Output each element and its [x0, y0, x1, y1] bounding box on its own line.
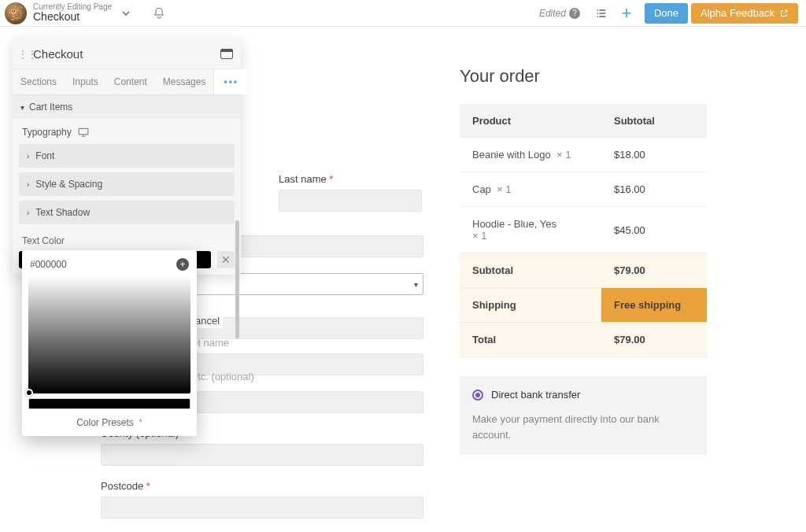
tab-sections[interactable]: Sections: [13, 69, 65, 94]
page-title-block: Currently Editing Page Checkout: [33, 2, 112, 23]
text-color-label: Text Color: [13, 229, 241, 251]
last-name-input[interactable]: [279, 190, 422, 212]
total-row: Total $79.00: [460, 323, 707, 357]
responsive-icon[interactable]: [78, 127, 89, 137]
item-price: $18.00: [601, 138, 707, 172]
county-input[interactable]: [101, 444, 423, 466]
drag-handle-icon[interactable]: ⋮⋮: [17, 48, 28, 61]
typography-label: Typography: [22, 127, 72, 138]
item-name: Cap: [472, 183, 491, 195]
required-indicator: *: [146, 480, 150, 492]
accordion-label: Font: [35, 150, 54, 161]
page-dropdown[interactable]: [121, 9, 131, 18]
page-title: Checkout: [33, 11, 112, 23]
table-row: Cap × 1 $16.00: [460, 172, 707, 207]
app-logo: [5, 2, 27, 24]
tab-inputs[interactable]: Inputs: [65, 69, 106, 94]
payment-box: Direct bank transfer Make your payment d…: [460, 376, 707, 455]
subtotal-label: Subtotal: [460, 253, 601, 288]
shipping-row: Shipping Free shipping: [460, 288, 707, 323]
accordion-text-shadow[interactable]: › Text Shadow: [19, 201, 235, 224]
order-title: Your order: [460, 66, 707, 87]
chevron-up-icon: ˄: [139, 419, 142, 427]
label-text: Last name: [279, 173, 327, 185]
svg-rect-0: [79, 128, 88, 135]
subtotal-row: Subtotal $79.00: [460, 253, 707, 288]
accordion-label: Text Shadow: [35, 207, 90, 218]
section-label: Cart Items: [29, 102, 72, 113]
edited-label: Edited: [539, 8, 566, 19]
maximize-icon[interactable]: [220, 49, 233, 59]
col-subtotal: Subtotal: [601, 104, 707, 138]
accordion-label: Style & Spacing: [35, 179, 102, 190]
panel-title: Checkout: [33, 47, 220, 61]
item-price: $16.00: [601, 172, 707, 207]
chevron-right-icon: ›: [27, 180, 29, 189]
item-name: Hoodie - Blue, Yes: [472, 218, 556, 230]
color-picker: #000000 + Color Presets ˄: [22, 250, 197, 436]
street-placeholder-fragment: et name: [192, 337, 229, 349]
postcode-input[interactable]: [101, 497, 423, 519]
saturation-value-area[interactable]: [28, 275, 190, 393]
last-name-label: Last name *: [279, 173, 422, 185]
clear-color-button[interactable]: ✕: [217, 251, 235, 268]
settings-panel: ⋮⋮ Checkout Sections Inputs Content Mess…: [13, 39, 241, 275]
label-text: Postcode: [101, 480, 143, 492]
notifications-icon[interactable]: [153, 7, 165, 20]
accordion-font[interactable]: › Font: [19, 144, 235, 168]
done-button[interactable]: Done: [645, 3, 688, 24]
add-preset-button[interactable]: +: [176, 258, 189, 271]
hex-value[interactable]: #000000: [30, 259, 67, 270]
chevron-down-icon: ▾: [20, 103, 24, 112]
typography-header: Typography: [13, 119, 241, 144]
order-summary: Your order Product Subtotal Beanie with …: [460, 66, 707, 532]
chevron-right-icon: ›: [27, 209, 29, 217]
payment-description: Make your payment directly into our bank…: [472, 412, 694, 442]
add-icon[interactable]: +: [616, 3, 637, 24]
scrollbar-thumb[interactable]: [235, 220, 239, 338]
item-qty: × 1: [497, 183, 511, 195]
item-qty: × 1: [556, 149, 571, 161]
item-name: Beanie with Logo: [472, 149, 551, 161]
help-icon[interactable]: ?: [569, 8, 580, 19]
outline-icon[interactable]: [591, 3, 612, 24]
required-indicator: *: [329, 173, 333, 185]
order-table: Product Subtotal Beanie with Logo × 1 $1…: [460, 104, 707, 357]
color-presets-toggle[interactable]: Color Presets ˄: [28, 409, 190, 430]
alpha-label: Alpha Feedback: [701, 7, 775, 19]
table-row: Beanie with Logo × 1 $18.00: [460, 138, 707, 172]
subtotal-value: $79.00: [601, 253, 707, 288]
alpha-feedback-button[interactable]: Alpha Feedback: [691, 3, 798, 24]
total-value: $79.00: [601, 323, 707, 357]
chevron-right-icon: ›: [27, 152, 29, 161]
postcode-label: Postcode *: [101, 480, 423, 492]
radio-checked-icon: [472, 390, 483, 401]
panel-tabs: Sections Inputs Content Messages •••: [13, 68, 241, 95]
hue-slider[interactable]: [28, 398, 190, 409]
top-bar: Currently Editing Page Checkout Edited ?…: [0, 0, 806, 27]
optional-placeholder-fragment: etc. (optional): [192, 371, 254, 382]
item-price: $45.00: [601, 207, 707, 253]
item-qty: × 1: [472, 230, 486, 242]
presets-label: Color Presets: [76, 417, 134, 428]
tab-messages[interactable]: Messages: [155, 69, 214, 94]
table-row: Hoodie - Blue, Yes× 1 $45.00: [460, 207, 707, 253]
caret-down-icon: ▾: [414, 280, 418, 289]
payment-method-label: Direct bank transfer: [491, 389, 580, 401]
col-product: Product: [460, 104, 601, 138]
payment-method-radio[interactable]: Direct bank transfer: [472, 389, 694, 401]
tab-content[interactable]: Content: [106, 69, 155, 94]
section-cart-items[interactable]: ▾ Cart Items: [13, 95, 241, 119]
shipping-label: Shipping: [460, 288, 601, 323]
accordion-style-spacing[interactable]: › Style & Spacing: [19, 172, 235, 196]
total-label: Total: [460, 323, 601, 357]
shipping-value: Free shipping: [601, 288, 707, 323]
tab-more[interactable]: •••: [213, 69, 248, 94]
sv-handle[interactable]: [25, 389, 33, 397]
external-link-icon: [779, 9, 789, 18]
